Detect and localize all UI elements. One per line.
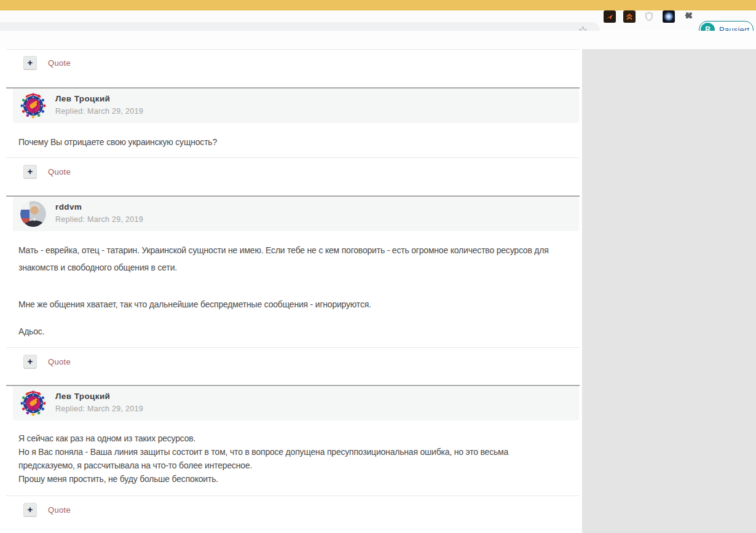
quote-row: + Quote: [23, 56, 71, 69]
orange-chevrons-extension-icon[interactable]: [623, 10, 636, 23]
post-paragraph: Почему Вы отрицаете свою украинскую сущн…: [18, 134, 569, 150]
post-paragraph: Мне же общения хватает, так что дальнейш…: [18, 296, 569, 313]
post-header: rddvm Replied: March 29, 2019: [13, 197, 579, 231]
emblem-avatar-graphic: [20, 93, 46, 119]
browser-theme-bar: [0, 0, 756, 10]
multiquote-button[interactable]: +: [23, 503, 37, 516]
quote-button[interactable]: Quote: [48, 167, 71, 176]
divider: [6, 49, 580, 50]
puzzle-glyph: [682, 11, 693, 22]
post-paragraph: Прошу меня простить, не буду больше бесп…: [18, 472, 557, 486]
post-paragraph: Мать - еврейка, отец - татарин. Украинск…: [18, 242, 569, 276]
multiquote-button[interactable]: +: [23, 355, 37, 368]
avatar-rddvm-photo[interactable]: [20, 201, 46, 227]
bookmarks-bar: undefined Skype Play - League - Sch... W…: [0, 31, 756, 49]
shield-glyph: [644, 11, 655, 22]
post-header: Лев Троцкий Replied: March 29, 2019: [13, 89, 579, 123]
avatar-lev-trotsky-emblem[interactable]: [20, 390, 46, 416]
post-author[interactable]: Лев Троцкий: [55, 392, 110, 401]
post-replied-date: Replied: March 29, 2019: [55, 107, 143, 116]
divider: [6, 495, 580, 496]
post-replied-date: Replied: March 29, 2019: [55, 405, 143, 413]
shield-extension-icon[interactable]: [643, 10, 655, 23]
blue-burst-extension-icon[interactable]: [663, 10, 675, 23]
browser-toolbar: ☆ R Pausiert: [0, 10, 756, 31]
quote-button[interactable]: Quote: [48, 505, 71, 515]
quote-row: + Quote: [23, 503, 71, 516]
post-paragraph: Адьос.: [18, 323, 569, 340]
avatar-lev-trotsky-emblem[interactable]: [20, 93, 46, 119]
forum-page: + Quote Лев Троцкий Replied: M: [0, 49, 756, 533]
post-paragraph: Но я Вас поняла - Ваша линия защиты сост…: [18, 445, 557, 472]
multiquote-button[interactable]: +: [23, 56, 37, 69]
photo-avatar-graphic: [20, 201, 46, 227]
divider: [6, 157, 580, 158]
red-arrow-glyph: [605, 12, 615, 22]
burst-glyph: [663, 10, 675, 23]
quote-row: + Quote: [23, 355, 71, 368]
red-arrow-extension-icon[interactable]: [604, 10, 616, 23]
quote-button[interactable]: Quote: [48, 357, 71, 366]
post-replied-date: Replied: March 29, 2019: [55, 215, 143, 224]
chevrons-glyph: [624, 12, 634, 22]
post-body: Мать - еврейка, отец - татарин. Украинск…: [18, 242, 569, 340]
post-paragraph: Я сейчас как раз на одном из таких ресур…: [18, 432, 557, 445]
multiquote-button[interactable]: +: [23, 165, 37, 178]
post-header: Лев Троцкий Replied: March 29, 2019: [13, 386, 579, 420]
emblem-avatar-graphic: [20, 390, 46, 416]
divider: [6, 347, 580, 348]
post-body: Я сейчас как раз на одном из таких ресур…: [18, 432, 557, 486]
puzzle-extensions-icon[interactable]: [682, 10, 694, 23]
post-author[interactable]: rddvm: [55, 202, 82, 211]
page-background: [582, 49, 756, 533]
post-author[interactable]: Лев Троцкий: [55, 94, 110, 103]
quote-row: + Quote: [23, 165, 71, 178]
quote-button[interactable]: Quote: [48, 58, 71, 68]
post-body: Почему Вы отрицаете свою украинскую сущн…: [18, 134, 569, 150]
